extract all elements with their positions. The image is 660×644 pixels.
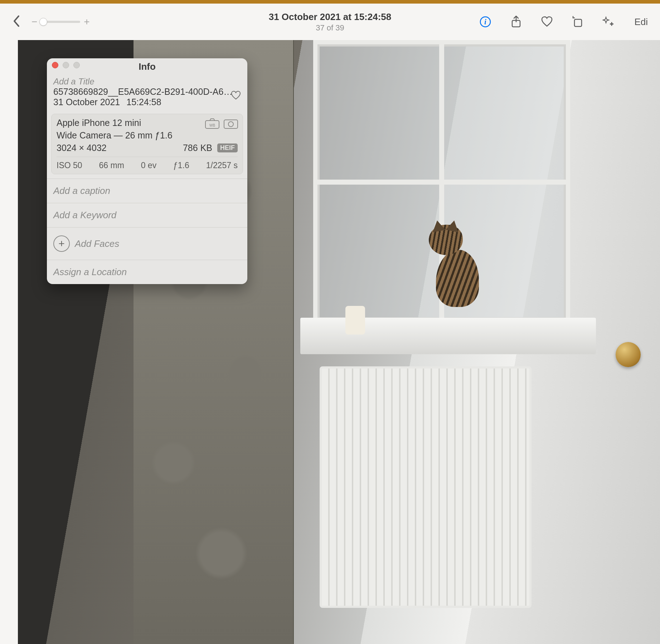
svg-rect-6 <box>224 120 238 128</box>
keyword-field[interactable]: Add a Keyword <box>47 203 247 227</box>
exif-ev: 0 ev <box>141 161 156 170</box>
info-button[interactable]: i <box>479 15 492 28</box>
location-field[interactable]: Assign a Location <box>47 260 247 284</box>
svg-text:i: i <box>485 18 487 26</box>
share-icon <box>510 15 522 28</box>
photo-sill-region <box>300 318 596 354</box>
chevron-left-icon <box>12 15 21 28</box>
camera-icon <box>223 118 238 129</box>
zoom-slider[interactable] <box>41 21 80 23</box>
caption-field[interactable]: Add a caption <box>47 179 247 203</box>
back-button[interactable] <box>11 13 22 30</box>
exif-iso: ISO 50 <box>57 161 82 170</box>
exif-row: ISO 50 66 mm 0 ev ƒ1.6 1/2257 s <box>57 157 238 170</box>
photo-candle-region <box>345 306 365 335</box>
svg-rect-3 <box>574 19 582 26</box>
title-field[interactable]: Add a Title <box>53 77 241 87</box>
minimize-window-button[interactable] <box>63 62 69 68</box>
zoom-out-button[interactable]: − <box>31 16 37 28</box>
info-icon: i <box>479 16 491 28</box>
filesize-label: 786 KB <box>183 143 212 153</box>
rotate-button[interactable] <box>571 15 584 28</box>
info-panel: Info Add a Title 65738669829__E5A669C2-B… <box>47 58 247 284</box>
enhance-button[interactable] <box>602 15 615 28</box>
toolbar-left: − + <box>11 13 90 30</box>
window-controls <box>52 62 80 68</box>
plus-icon: + <box>53 235 70 252</box>
sparkle-icon <box>602 16 615 28</box>
svg-text:WB: WB <box>209 123 215 127</box>
camera-card-icons: WB <box>205 118 238 129</box>
photo-date-title: 31 October 2021 at 15:24:58 <box>269 11 392 23</box>
add-faces-label: Add Faces <box>75 238 119 249</box>
caption-placeholder: Add a caption <box>53 185 110 196</box>
photo-counter: 37 of 39 <box>269 23 392 33</box>
exif-aperture: ƒ1.6 <box>173 161 189 170</box>
format-badge: HEIF <box>217 143 238 152</box>
photo-cat-region <box>429 221 486 307</box>
camera-card: WB Apple iPhone 12 mini Wide Camera — 26… <box>51 114 243 174</box>
keyword-placeholder: Add a Keyword <box>53 210 116 221</box>
exif-focal: 66 mm <box>99 161 124 170</box>
time-label: 15:24:58 <box>126 97 161 107</box>
info-header-section: Add a Title 65738669829__E5A669C2-B291-4… <box>47 74 247 112</box>
share-button[interactable] <box>510 15 523 28</box>
date-label: 31 October 2021 <box>53 97 120 107</box>
heart-icon <box>541 16 553 28</box>
toolbar-title: 31 October 2021 at 15:24:58 37 of 39 <box>269 11 392 33</box>
edit-button[interactable]: Edi <box>633 16 649 28</box>
raw-camera-icon: WB <box>205 118 220 129</box>
exif-shutter: 1/2257 s <box>206 161 238 170</box>
photo-doorknob-region <box>616 342 641 367</box>
date-time-row[interactable]: 31 October 2021 15:24:58 <box>53 97 241 107</box>
info-favorite-button[interactable] <box>231 91 241 102</box>
toolbar: − + 31 October 2021 at 15:24:58 37 of 39… <box>0 4 660 40</box>
close-window-button[interactable] <box>52 62 58 68</box>
filename-label: 65738669829__E5A669C2-B291-400D-A6… <box>53 87 241 97</box>
window-accent-bar <box>0 0 660 4</box>
toolbar-right: i Edi <box>479 15 649 28</box>
zoom-window-button[interactable] <box>73 62 80 68</box>
lens-label: Wide Camera — 26 mm ƒ1.6 <box>57 130 238 141</box>
info-panel-titlebar[interactable]: Info <box>47 58 247 74</box>
dimensions-row: 3024 × 4032 786 KB HEIF <box>57 143 238 153</box>
heart-outline-icon <box>231 91 241 100</box>
favorite-button[interactable] <box>540 15 553 28</box>
rotate-icon <box>572 16 584 28</box>
add-faces-button[interactable]: + Add Faces <box>47 227 247 260</box>
photo-radiator-region <box>320 366 532 608</box>
svg-point-7 <box>228 122 233 127</box>
location-placeholder: Assign a Location <box>53 267 127 278</box>
zoom-slider-thumb[interactable] <box>39 18 47 26</box>
dimensions-label: 3024 × 4032 <box>57 143 107 153</box>
zoom-in-button[interactable]: + <box>84 16 89 28</box>
zoom-controls: − + <box>31 16 90 28</box>
